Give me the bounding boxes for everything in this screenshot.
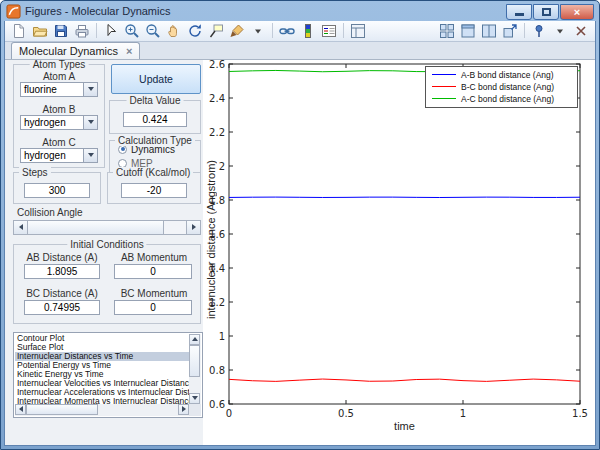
atom-c-label: Atom C xyxy=(14,137,104,148)
slider-left-arrow[interactable] xyxy=(14,221,28,234)
save-icon[interactable] xyxy=(51,22,71,40)
left-arrow-icon xyxy=(19,224,23,230)
legend-label: A-B bond distance (Ang) xyxy=(461,70,554,80)
insert-colorbar-icon[interactable] xyxy=(298,22,318,40)
app-icon xyxy=(6,4,21,19)
edit-plot-icon[interactable] xyxy=(101,22,121,40)
close-small-icon[interactable] xyxy=(571,22,591,40)
dropdown-arrow-button[interactable] xyxy=(83,83,97,96)
figures-window: Figures - Molecular Dynamics × Molecular… xyxy=(0,0,600,450)
list-item[interactable]: Contour Plot xyxy=(15,334,189,343)
atom-c-dropdown[interactable]: hydrogen xyxy=(20,148,98,163)
delta-value-panel: Delta Value xyxy=(109,100,201,134)
y-tick-label: 0.6 xyxy=(209,398,225,409)
list-item[interactable]: Internuclear Distances vs Time xyxy=(15,352,189,361)
listbox-horizontal-scrollbar[interactable] xyxy=(15,404,189,416)
legend-label: B-C bond distance (Ang) xyxy=(461,82,554,92)
delta-value-field[interactable] xyxy=(123,112,187,127)
zoom-out-icon[interactable] xyxy=(143,22,163,40)
insert-legend-icon[interactable] xyxy=(319,22,339,40)
legend-line-sample xyxy=(432,74,456,75)
pan-icon[interactable] xyxy=(164,22,184,40)
y-tick-label: 1.6 xyxy=(209,228,225,239)
zoom-in-icon[interactable] xyxy=(122,22,142,40)
x-tick-label: 1 xyxy=(460,408,466,419)
initial-conditions-title: Initial Conditions xyxy=(67,239,146,250)
legend-entry: A-C bond distance (Ang) xyxy=(426,93,577,105)
caret-down-icon[interactable] xyxy=(550,22,570,40)
steps-title: Steps xyxy=(19,167,51,178)
bc-momentum-label: BC Momentum xyxy=(112,288,196,299)
window-grid-icon[interactable] xyxy=(437,22,457,40)
y-tick-label: 2.6 xyxy=(209,60,225,70)
list-item[interactable]: Potential Energy vs Time xyxy=(15,361,189,370)
window-client-area: Molecular Dynamics × Atom Types Atom Afl… xyxy=(4,21,596,446)
y-tick-label: 2.4 xyxy=(209,92,225,103)
brush-icon[interactable] xyxy=(227,22,247,40)
ab-distance-field[interactable] xyxy=(24,264,100,279)
y-tick-label: 0.8 xyxy=(209,364,225,375)
data-cursor-icon[interactable] xyxy=(206,22,226,40)
dropdown-arrow-button[interactable] xyxy=(83,116,97,129)
cutoff-field[interactable] xyxy=(121,183,187,198)
slider-thumb[interactable] xyxy=(28,221,164,234)
scroll-down-button[interactable] xyxy=(189,393,200,404)
controls-panel: Atom Types Atom AfluorineAtom BhydrogenA… xyxy=(5,60,203,445)
scroll-right-button[interactable] xyxy=(178,404,189,415)
maximize-button[interactable] xyxy=(533,4,559,20)
rotate-3d-icon[interactable] xyxy=(185,22,205,40)
atom-a-dropdown[interactable]: fluorine xyxy=(20,82,98,97)
atom-b-dropdown[interactable]: hydrogen xyxy=(20,115,98,130)
figure-toolbar xyxy=(5,21,595,42)
bc-distance-field[interactable] xyxy=(24,300,100,315)
ab-momentum-field[interactable] xyxy=(114,264,192,279)
dock-figure-icon[interactable] xyxy=(500,22,520,40)
scroll-left-button[interactable] xyxy=(15,404,26,415)
list-item[interactable]: Internuclear Accelerations vs Internucle… xyxy=(15,388,189,397)
x-tick-label: 0 xyxy=(226,408,232,419)
listbox-vertical-scrollbar[interactable] xyxy=(189,334,201,404)
list-item[interactable]: Surface Plot xyxy=(15,343,189,352)
cutoff-panel: Cutoff (Kcal/mol) xyxy=(107,172,201,204)
down-arrow-icon xyxy=(192,396,198,400)
list-item[interactable]: Kinetic Energy vs Time xyxy=(15,370,189,379)
toolbar-separator xyxy=(524,23,525,38)
maximize-icon xyxy=(542,8,551,16)
toolbar-left-group xyxy=(9,22,368,40)
new-icon[interactable] xyxy=(9,22,29,40)
scroll-up-button[interactable] xyxy=(189,334,200,345)
plot-legend[interactable]: A-B bond distance (Ang)B-C bond distance… xyxy=(425,66,578,108)
close-button[interactable]: × xyxy=(560,4,594,20)
print-icon[interactable] xyxy=(72,22,92,40)
tab-molecular-dynamics[interactable]: Molecular Dynamics × xyxy=(11,42,140,59)
window-split-icon[interactable] xyxy=(479,22,499,40)
collision-angle-slider[interactable] xyxy=(13,220,201,235)
caret-down-icon[interactable] xyxy=(248,22,268,40)
dropdown-arrow-button[interactable] xyxy=(83,149,97,162)
link-plots-icon[interactable] xyxy=(277,22,297,40)
horizontal-scroll-thumb[interactable] xyxy=(26,404,98,415)
y-tick-label: 1.8 xyxy=(209,194,225,205)
bc-momentum-field[interactable] xyxy=(114,300,192,315)
y-tick-label: 1 xyxy=(219,330,225,341)
plot-tools-icon[interactable] xyxy=(348,22,368,40)
titlebar[interactable]: Figures - Molecular Dynamics × xyxy=(4,1,596,21)
plot-type-listbox[interactable]: Contour PlotSurface PlotInternuclear Dis… xyxy=(13,332,203,418)
update-button[interactable]: Update xyxy=(111,64,201,94)
vertical-scroll-thumb[interactable] xyxy=(189,345,200,377)
list-item[interactable]: Internuclear Velocities vs Internuclear … xyxy=(15,379,189,388)
x-axis-label: time xyxy=(229,420,580,432)
close-icon: × xyxy=(574,7,580,17)
legend-entry: B-C bond distance (Ang) xyxy=(426,81,577,93)
window-single-icon[interactable] xyxy=(458,22,478,40)
y-tick-label: 2.2 xyxy=(209,126,225,137)
pin-icon[interactable] xyxy=(529,22,549,40)
chevron-down-icon xyxy=(88,153,94,157)
minimize-button[interactable] xyxy=(506,4,532,20)
steps-field[interactable] xyxy=(24,183,90,198)
plot-axes[interactable]: 00.511.50.60.811.21.41.61.822.22.42.6 xyxy=(203,60,595,432)
open-icon[interactable] xyxy=(30,22,50,40)
y-tick-label: 2 xyxy=(219,160,225,171)
slider-right-arrow[interactable] xyxy=(186,221,200,234)
tab-close-icon[interactable]: × xyxy=(126,46,132,56)
